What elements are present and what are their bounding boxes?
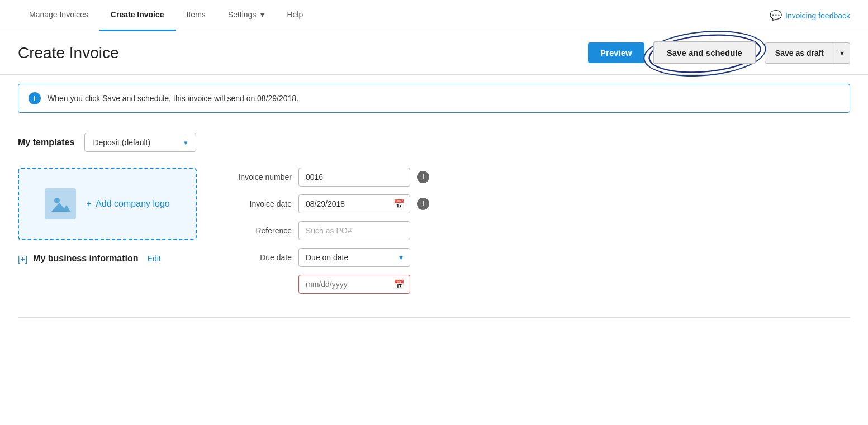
nav-feedback[interactable]: 💬 Invoicing feedback	[770, 9, 850, 22]
main-content: My templates Deposit (default) ▾ + Add c…	[0, 122, 868, 329]
page-title: Create Invoice	[18, 44, 579, 62]
preview-button[interactable]: Preview	[588, 42, 644, 63]
nav-settings[interactable]: Settings ▾	[217, 0, 276, 31]
save-draft-group: Save as draft ▾	[765, 42, 850, 64]
chevron-down-icon: ▾	[399, 253, 403, 262]
invoice-number-row: Invoice number i	[219, 168, 850, 187]
due-date-row: Due date Due on date ▾	[219, 248, 850, 267]
chevron-down-icon: ▾	[840, 49, 844, 58]
info-icon: i	[29, 92, 41, 104]
due-date-label: Due date	[219, 253, 292, 262]
form-grid: + Add company logo [+] My business infor…	[18, 168, 850, 302]
bottom-divider	[18, 317, 850, 318]
invoice-date-info-button[interactable]: i	[417, 198, 429, 210]
save-and-schedule-button[interactable]: Save and schedule	[653, 41, 756, 64]
nav-items[interactable]: Items	[176, 0, 217, 31]
business-info-row: [+] My business information Edit	[18, 254, 197, 264]
templates-dropdown[interactable]: Deposit (default) ▾	[84, 133, 196, 152]
info-banner: i When you click Save and schedule, this…	[18, 84, 850, 113]
invoice-number-input[interactable]	[298, 168, 410, 187]
business-info-label: My business information	[33, 254, 138, 264]
nav-help[interactable]: Help	[276, 0, 314, 31]
templates-row: My templates Deposit (default) ▾	[18, 133, 850, 152]
nav-bar: Manage Invoices Create Invoice Items Set…	[0, 0, 868, 31]
edit-business-info-link[interactable]: Edit	[148, 254, 161, 263]
chevron-down-icon: ▾	[260, 10, 264, 19]
invoice-date-row: Invoice date 📅 i	[219, 194, 850, 213]
nav-create-invoice[interactable]: Create Invoice	[99, 0, 176, 31]
nav-manage-invoices[interactable]: Manage Invoices	[18, 0, 99, 31]
due-date-selected: Due on date	[306, 253, 348, 262]
plus-icon: +	[86, 199, 91, 208]
templates-selected-value: Deposit (default)	[93, 138, 150, 147]
svg-point-2	[54, 198, 60, 203]
templates-label: My templates	[18, 137, 74, 147]
invoice-date-label: Invoice date	[219, 199, 292, 208]
invoice-number-label: Invoice number	[219, 173, 292, 182]
save-as-draft-dropdown-button[interactable]: ▾	[834, 42, 850, 64]
calendar-icon[interactable]: 📅	[393, 199, 405, 209]
info-message: When you click Save and schedule, this i…	[48, 94, 298, 103]
page-header: Create Invoice Preview Save and schedule…	[0, 31, 868, 75]
due-date-date-field: 📅	[298, 275, 410, 294]
reference-input[interactable]	[298, 221, 410, 240]
due-date-dropdown[interactable]: Due on date ▾	[298, 248, 410, 267]
logo-placeholder-icon	[45, 188, 76, 219]
form-right: Invoice number i Invoice date 📅 i Refere…	[219, 168, 850, 302]
chevron-down-icon: ▾	[184, 139, 188, 147]
form-left: + Add company logo [+] My business infor…	[18, 168, 197, 264]
save-as-draft-button[interactable]: Save as draft	[765, 42, 834, 64]
due-date-input-row: 📅	[219, 275, 850, 294]
calendar-icon[interactable]: 📅	[393, 279, 405, 290]
reference-label: Reference	[219, 226, 292, 235]
add-logo-label: + Add company logo	[86, 199, 169, 209]
reference-row: Reference	[219, 221, 850, 240]
invoice-date-field: 📅	[298, 194, 410, 213]
invoice-number-info-button[interactable]: i	[417, 171, 429, 183]
save-schedule-wrapper: Save and schedule	[653, 41, 756, 64]
logo-upload-area[interactable]: + Add company logo	[18, 168, 197, 240]
expand-business-info-button[interactable]: [+]	[18, 254, 27, 264]
chat-icon: 💬	[770, 9, 782, 22]
